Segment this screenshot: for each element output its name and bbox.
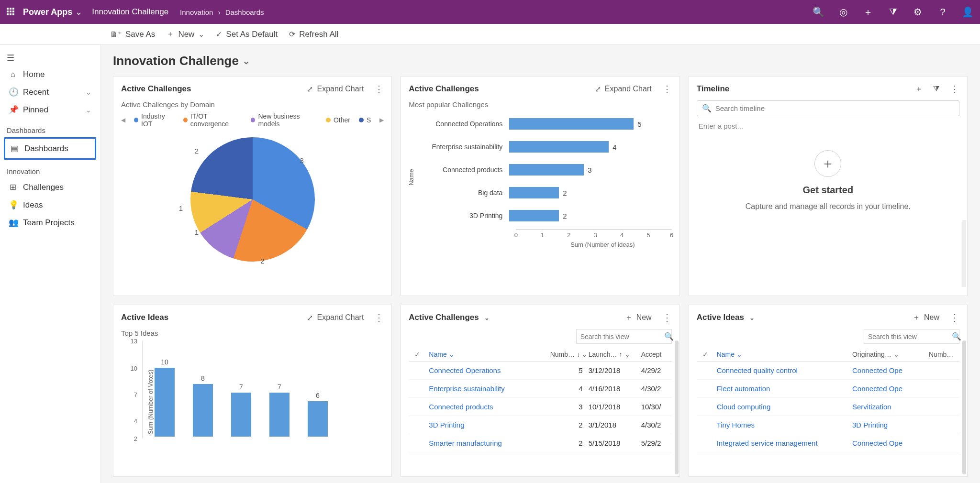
app-launcher-icon[interactable] — [7, 8, 15, 16]
more-icon[interactable]: ⋮ — [950, 83, 959, 95]
breadcrumb-item[interactable]: Innovation — [180, 8, 213, 16]
legend-label[interactable]: S — [367, 116, 371, 124]
more-icon[interactable]: ⋮ — [950, 312, 959, 323]
search-view-input[interactable] — [868, 333, 952, 340]
scrollbar[interactable] — [675, 340, 679, 474]
search-timeline[interactable]: 🔍 — [697, 100, 959, 116]
cell-name[interactable]: Connected products — [426, 403, 547, 411]
new-button[interactable]: ＋ New ⌄ — [167, 29, 204, 39]
expand-chart-button[interactable]: ⤢ Expand Chart — [307, 313, 364, 322]
search-box[interactable]: 🔍 — [576, 329, 672, 344]
search-icon[interactable]: 🔍 — [813, 6, 824, 18]
cell-name[interactable]: 3D Printing — [426, 421, 547, 429]
hbar-chart[interactable]: Name Connected Operations 5 Enterprise s… — [409, 112, 671, 248]
filter-icon[interactable]: ⧩ — [887, 6, 899, 18]
row-checkbox[interactable] — [409, 421, 426, 429]
cell-name[interactable]: Connected Operations — [426, 366, 547, 374]
vbar-chart[interactable]: Sum (Number of Votes) 1310 742 10 8 7 7 … — [121, 341, 384, 456]
table-row[interactable]: Smarter manufacturing25/15/20185/29/2 — [409, 434, 671, 452]
cell-originating[interactable]: Servitization — [849, 403, 926, 411]
table-row[interactable]: Enterprise sustainability44/16/20184/30/… — [409, 380, 671, 398]
col-name[interactable]: Name ⌄ — [426, 351, 547, 358]
table-row[interactable]: Fleet automationConnected Ope — [697, 380, 959, 398]
card-title[interactable]: Active Challenges ⌄ — [409, 313, 489, 322]
legend-label[interactable]: Other — [334, 116, 350, 124]
nav-item-ideas[interactable]: 💡 Ideas — [0, 196, 100, 214]
card-title[interactable]: Active Ideas ⌄ — [697, 313, 755, 322]
nav-item-team-projects[interactable]: 👥 Team Projects — [0, 214, 100, 231]
row-checkbox[interactable] — [697, 439, 714, 447]
col-launch[interactable]: Launch… ↑ ⌄ — [586, 351, 638, 358]
hamburger-icon[interactable]: ☰ — [0, 46, 100, 66]
legend-next-icon[interactable]: ▶ — [379, 117, 384, 123]
person-icon[interactable]: 👤 — [962, 6, 973, 18]
scrollbar[interactable] — [962, 220, 966, 287]
chevron-down-icon[interactable]: ⌄ — [75, 7, 82, 17]
more-icon[interactable]: ⋮ — [662, 83, 672, 95]
row-checkbox[interactable] — [697, 384, 714, 393]
plus-circle-icon[interactable]: ＋ — [814, 150, 841, 177]
cell-name[interactable]: Integrated service management — [714, 439, 849, 447]
search-view-input[interactable] — [580, 333, 664, 340]
cell-originating[interactable]: Connected Ope — [849, 384, 926, 393]
expand-chart-button[interactable]: ⤢ Expand Chart — [595, 85, 652, 94]
nav-item-challenges[interactable]: ⊞ Challenges — [0, 178, 100, 196]
cell-name[interactable]: Fleet automation — [714, 384, 849, 393]
select-all-checkbox[interactable]: ✓ — [409, 351, 426, 358]
cell-name[interactable]: Connected quality control — [714, 366, 849, 374]
cell-originating[interactable]: 3D Printing — [849, 421, 926, 429]
search-box[interactable]: 🔍 — [864, 329, 959, 344]
row-checkbox[interactable] — [409, 384, 426, 393]
cell-name[interactable]: Tiny Homes — [714, 421, 849, 429]
nav-item-recent[interactable]: 🕘 Recent ⌄ — [0, 83, 100, 101]
row-checkbox[interactable] — [697, 366, 714, 374]
col-numb[interactable]: Numb… — [926, 351, 959, 358]
page-title[interactable]: Innovation Challenge ⌄ — [113, 54, 968, 68]
save-as-button[interactable]: 🗎⁺ Save As — [110, 30, 155, 39]
col-orig[interactable]: Originating… ⌄ — [849, 351, 926, 358]
scrollbar[interactable] — [962, 340, 966, 474]
cell-originating[interactable]: Connected Ope — [849, 366, 926, 374]
table-row[interactable]: Integrated service managementConnected O… — [697, 434, 959, 452]
row-checkbox[interactable] — [409, 403, 426, 411]
legend-label[interactable]: New business models — [258, 112, 317, 128]
pie-chart[interactable]: 3 2 1 1 2 — [121, 132, 384, 276]
set-as-default-button[interactable]: ✓ Set As Default — [216, 30, 278, 39]
cell-name[interactable]: Enterprise sustainability — [426, 384, 547, 393]
refresh-all-button[interactable]: ⟳ Refresh All — [289, 30, 338, 39]
cell-name[interactable]: Smarter manufacturing — [426, 439, 547, 447]
legend-prev-icon[interactable]: ◀ — [121, 117, 125, 123]
nav-item-pinned[interactable]: 📌 Pinned ⌄ — [0, 101, 100, 119]
col-numb[interactable]: Numb… ↓ ⌄ — [547, 351, 586, 358]
brand-label[interactable]: Power Apps — [23, 7, 72, 17]
table-row[interactable]: Tiny Homes3D Printing — [697, 416, 959, 434]
legend-label[interactable]: Industry IOT — [141, 112, 175, 128]
table-row[interactable]: Connected Operations53/12/20184/29/2 — [409, 362, 671, 380]
new-button[interactable]: ＋ New — [913, 313, 939, 323]
more-icon[interactable]: ⋮ — [374, 83, 384, 95]
row-checkbox[interactable] — [409, 439, 426, 447]
row-checkbox[interactable] — [697, 403, 714, 411]
nav-item-dashboards[interactable]: ▤ Dashboards — [4, 137, 96, 160]
new-button[interactable]: ＋ New — [625, 313, 652, 323]
table-row[interactable]: Connected quality controlConnected Ope — [697, 362, 959, 380]
filter-icon[interactable]: ⧩ — [933, 85, 939, 93]
row-checkbox[interactable] — [409, 366, 426, 374]
cell-originating[interactable]: Connected Ope — [849, 439, 926, 447]
expand-chart-button[interactable]: ⤢ Expand Chart — [307, 85, 364, 94]
col-accept[interactable]: Accept — [638, 351, 672, 358]
more-icon[interactable]: ⋮ — [662, 312, 672, 323]
gear-icon[interactable]: ⚙ — [912, 6, 924, 18]
search-timeline-input[interactable] — [715, 104, 954, 112]
breadcrumb-item[interactable]: Dashboards — [225, 8, 264, 16]
target-icon[interactable]: ◎ — [837, 6, 849, 18]
more-icon[interactable]: ⋮ — [374, 312, 384, 323]
nav-item-home[interactable]: ⌂ Home — [0, 66, 100, 83]
legend-label[interactable]: IT/OT convergence — [190, 112, 242, 128]
table-row[interactable]: 3D Printing23/1/20184/30/2 — [409, 416, 671, 434]
row-checkbox[interactable] — [697, 421, 714, 429]
plus-icon[interactable]: ＋ — [915, 84, 923, 94]
search-icon[interactable]: 🔍 — [952, 332, 961, 341]
search-icon[interactable]: 🔍 — [664, 332, 674, 341]
select-all-checkbox[interactable]: ✓ — [697, 351, 714, 358]
